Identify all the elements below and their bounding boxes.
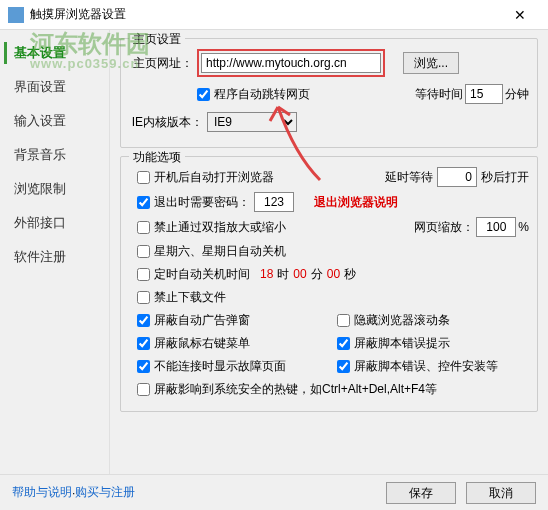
homepage-url-input[interactable] [201,53,381,73]
close-button[interactable]: ✕ [500,0,540,30]
delay-unit: 秒后打开 [481,169,529,186]
block-hotkeys-label: 屏蔽影响到系统安全的热键，如Ctrl+Alt+Del,Alt+F4等 [154,381,437,398]
wait-unit: 分钟 [505,86,529,103]
timer-off-checkbox[interactable] [137,268,150,281]
delay-input[interactable] [437,167,477,187]
no-conn-page-label: 不能连接时显示故障页面 [154,358,286,375]
autostart-checkbox[interactable] [137,171,150,184]
block-hotkeys-checkbox[interactable] [137,383,150,396]
wait-time-input[interactable] [465,84,503,104]
block-script-err-label: 屏蔽脚本错误提示 [354,335,450,352]
cancel-button[interactable]: 取消 [466,482,536,504]
timer-m: 00 [293,267,306,281]
sidebar-item-api[interactable]: 外部接口 [0,206,109,240]
zoom-input[interactable] [476,217,516,237]
url-highlight [197,49,385,77]
exit-note: 退出浏览器说明 [314,194,398,211]
block-script-err-checkbox[interactable] [337,337,350,350]
footer-bar: 帮助与说明 · 购买与注册 保存 取消 [0,474,548,510]
save-button[interactable]: 保存 [386,482,456,504]
sidebar: 基本设置 界面设置 输入设置 背景音乐 浏览限制 外部接口 软件注册 [0,30,110,474]
exit-pwd-label: 退出时需要密码： [154,194,250,211]
sidebar-item-music[interactable]: 背景音乐 [0,138,109,172]
ie-label: IE内核版本： [129,114,203,131]
block-script-ax-checkbox[interactable] [337,360,350,373]
help-link[interactable]: 帮助与说明 [12,484,72,501]
block-rclick-checkbox[interactable] [137,337,150,350]
block-ads-label: 屏蔽自动广告弹窗 [154,312,250,329]
timer-h: 18 [260,267,273,281]
exit-pwd-checkbox[interactable] [137,196,150,209]
zoom-unit: % [518,220,529,234]
no-pinch-label: 禁止通过双指放大或缩小 [154,219,286,236]
homepage-group: 主页设置 主页网址： 浏览... 程序自动跳转网页 等待时间 分钟 IE内 [120,38,538,148]
block-ads-checkbox[interactable] [137,314,150,327]
sidebar-item-limit[interactable]: 浏览限制 [0,172,109,206]
block-rclick-label: 屏蔽鼠标右键菜单 [154,335,250,352]
timer-s: 00 [327,267,340,281]
timer-off-label: 定时自动关机时间 [154,266,250,283]
sidebar-item-register[interactable]: 软件注册 [0,240,109,274]
no-pinch-checkbox[interactable] [137,221,150,234]
weekend-off-checkbox[interactable] [137,245,150,258]
options-group: 功能选项 开机后自动打开浏览器 延时等待 秒后打开 退出时需要密码： 退出浏览器… [120,156,538,412]
timer-h-unit: 时 [277,266,289,283]
auto-jump-checkbox[interactable] [197,88,210,101]
no-download-label: 禁止下载文件 [154,289,226,306]
no-conn-page-checkbox[interactable] [137,360,150,373]
titlebar: 触摸屏浏览器设置 ✕ [0,0,548,30]
sidebar-item-basic[interactable]: 基本设置 [0,36,109,70]
no-download-checkbox[interactable] [137,291,150,304]
delay-label: 延时等待 [385,169,433,186]
wait-label: 等待时间 [415,86,463,103]
sidebar-item-ui[interactable]: 界面设置 [0,70,109,104]
block-script-ax-label: 屏蔽脚本错误、控件安装等 [354,358,498,375]
ie-version-select[interactable]: IE9 [207,112,297,132]
content-panel: 主页设置 主页网址： 浏览... 程序自动跳转网页 等待时间 分钟 IE内 [110,30,548,474]
hide-scroll-label: 隐藏浏览器滚动条 [354,312,450,329]
hide-scroll-checkbox[interactable] [337,314,350,327]
homepage-group-title: 主页设置 [129,31,185,48]
app-icon [8,7,24,23]
sidebar-item-input[interactable]: 输入设置 [0,104,109,138]
zoom-label: 网页缩放： [414,219,474,236]
auto-jump-label: 程序自动跳转网页 [214,86,310,103]
window-title: 触摸屏浏览器设置 [30,6,500,23]
weekend-off-label: 星期六、星期日自动关机 [154,243,286,260]
exit-pwd-input[interactable] [254,192,294,212]
options-group-title: 功能选项 [129,149,185,166]
browse-button[interactable]: 浏览... [403,52,459,74]
timer-m-unit: 分 [311,266,323,283]
url-label: 主页网址： [129,55,193,72]
autostart-label: 开机后自动打开浏览器 [154,169,274,186]
timer-s-unit: 秒 [344,266,356,283]
buy-link[interactable]: 购买与注册 [75,484,135,501]
